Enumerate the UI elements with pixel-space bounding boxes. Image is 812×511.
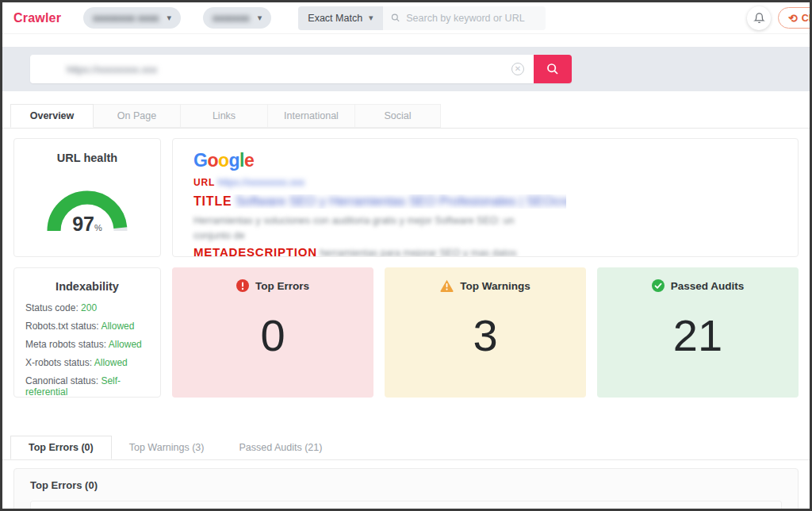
url-search-band: https://xxxxxxxx.xxx ✕ <box>2 47 810 91</box>
keyword-search <box>383 6 546 30</box>
google-serp-preview-card: Google URL https://xxxxxxxx.xxx TITLE So… <box>172 138 799 257</box>
serp-description-line1: Herramientas y soluciones con auditoria … <box>193 215 514 241</box>
audit-tabs: Top Errors (0) Top Warnings (3) Passed A… <box>2 436 810 460</box>
tab-top-errors[interactable]: Top Errors (0) <box>10 436 112 459</box>
account-dropdown-label: xxxxxxxx xxxx <box>93 13 159 24</box>
indexability-card: Indexability Status code: 200 Robots.txt… <box>13 267 161 398</box>
indexability-row: Robots.txt status: Allowed <box>25 321 149 332</box>
tab-links[interactable]: Links <box>181 104 268 128</box>
nav-right: ⟲ Changelog <box>747 6 810 30</box>
row-health-preview: URL health 97% Google URL https://xxxxxx… <box>13 138 799 257</box>
url-input-value: https://xxxxxxxx.xxx <box>67 63 157 75</box>
url-health-score: 97% <box>40 213 135 236</box>
domain-dropdown-label: xxxxxxx <box>213 13 250 24</box>
top-errors-title: Top Errors <box>255 280 309 292</box>
main-tabs: Overview On Page Links International Soc… <box>2 104 810 129</box>
app-window: Crawler xxxxxxxx xxxx ▾ xxxxxxx ▾ Exact … <box>0 0 812 511</box>
passed-audits-card: Passed Audits 21 <box>597 267 799 398</box>
passed-audits-header: Passed Audits <box>597 279 799 292</box>
indexability-row: Meta robots status: Allowed <box>25 339 149 350</box>
top-warnings-count: 3 <box>385 309 586 361</box>
serp-url-line: URL https://xxxxxxxx.xxx <box>193 177 798 188</box>
bell-icon <box>753 12 765 24</box>
serp-title-line: TITLE Software SEO y Herramientas SEO Pr… <box>193 194 566 209</box>
url-annotation-label: URL <box>193 177 215 188</box>
passed-audits-title: Passed Audits <box>671 280 745 292</box>
top-errors-section: Top Errors (0) <box>13 468 799 511</box>
clear-input-icon[interactable]: ✕ <box>511 63 524 75</box>
match-mode-dropdown[interactable]: Exact Match ▾ <box>298 6 382 30</box>
chevron-down-icon: ▾ <box>258 13 262 22</box>
account-dropdown[interactable]: xxxxxxxx xxxx ▾ <box>83 7 181 29</box>
match-mode-label: Exact Match <box>308 13 362 24</box>
url-health-card: URL health 97% <box>13 138 161 257</box>
indexability-row: Status code: 200 <box>25 302 149 313</box>
top-errors-count: 0 <box>172 309 373 361</box>
search-icon <box>546 63 559 75</box>
chevron-down-icon: ▾ <box>167 13 172 22</box>
error-icon <box>236 279 249 292</box>
url-search-bar: https://xxxxxxxx.xxx ✕ <box>30 55 572 83</box>
top-errors-card: Top Errors 0 <box>172 267 373 398</box>
serp-title-value: Software SEO y Herramientas SEO Profesio… <box>236 194 566 208</box>
indexability-row: X-robots status: Allowed <box>25 357 149 368</box>
warning-icon <box>440 279 454 292</box>
top-warnings-header: Top Warnings <box>385 279 586 292</box>
history-icon: ⟲ <box>788 13 798 24</box>
top-nav: Crawler xxxxxxxx xxxx ▾ xxxxxxx ▾ Exact … <box>2 2 810 34</box>
url-health-gauge: 97% <box>40 183 135 234</box>
keyword-search-input[interactable] <box>406 13 537 24</box>
passed-audits-count: 21 <box>597 309 799 361</box>
url-input[interactable]: https://xxxxxxxx.xxx ✕ <box>30 55 534 83</box>
indexability-title: Indexability <box>25 280 149 293</box>
changelog-label: Changelog <box>802 13 812 24</box>
tab-social[interactable]: Social <box>355 104 441 128</box>
tab-on-page[interactable]: On Page <box>94 104 181 128</box>
app-logo: Crawler <box>13 11 61 25</box>
changelog-button[interactable]: ⟲ Changelog <box>778 7 812 29</box>
overview-panel: URL health 97% Google URL https://xxxxxx… <box>2 138 810 398</box>
indexability-row: Canonical status: Self-referential <box>25 375 149 398</box>
top-errors-list-panel <box>30 501 782 511</box>
serp-description: Herramientas y soluciones con auditoria … <box>193 213 534 257</box>
serp-description-line2: herramientas para mejorar SEO y mas dato… <box>320 248 516 258</box>
keyword-search-group: Exact Match ▾ <box>298 6 545 30</box>
google-logo: Google <box>193 150 798 171</box>
tab-passed-audits[interactable]: Passed Audits (21) <box>221 436 339 459</box>
top-warnings-title: Top Warnings <box>460 280 530 292</box>
domain-dropdown[interactable]: xxxxxxx ▾ <box>203 7 271 29</box>
tab-international[interactable]: International <box>268 104 355 128</box>
top-errors-section-heading: Top Errors (0) <box>30 479 782 491</box>
chevron-down-icon: ▾ <box>369 13 373 22</box>
row-indexability-summary: Indexability Status code: 200 Robots.txt… <box>13 267 799 398</box>
notifications-button[interactable] <box>747 6 771 30</box>
top-warnings-card: Top Warnings 3 <box>385 267 586 398</box>
tab-overview[interactable]: Overview <box>10 104 94 128</box>
top-errors-header: Top Errors <box>172 279 373 292</box>
url-search-button[interactable] <box>534 55 572 83</box>
check-circle-icon <box>652 279 665 292</box>
serp-url-value: https://xxxxxxxx.xxx <box>218 177 305 188</box>
url-health-title: URL health <box>14 152 160 164</box>
metadescription-annotation-label: METADESCRIPTION <box>193 245 317 258</box>
search-icon <box>391 13 400 23</box>
title-annotation-label: TITLE <box>193 194 232 208</box>
tab-top-warnings[interactable]: Top Warnings (3) <box>112 436 222 459</box>
